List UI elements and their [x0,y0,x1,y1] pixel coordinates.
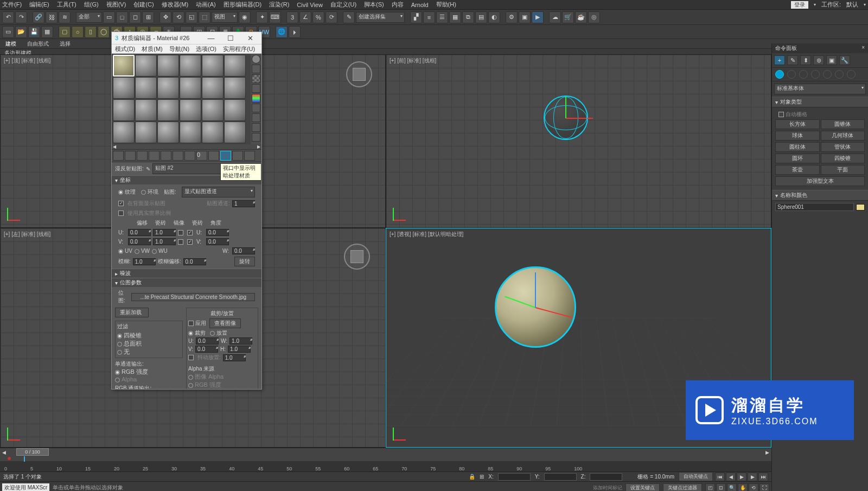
mat-id-icon[interactable]: 0 [196,151,207,161]
sample-slot[interactable] [202,99,224,121]
preview-icon[interactable] [252,104,260,112]
scale-icon[interactable]: ◱ [186,11,197,23]
show-on-back-checkbox[interactable] [118,201,124,206]
radio-crop[interactable] [188,331,193,336]
mirror-icon[interactable]: ▞ [410,11,422,23]
sample-slot[interactable] [157,55,179,76]
sample-slot[interactable] [202,77,224,99]
geom-category-dropdown[interactable]: 标准基本体 [774,84,866,94]
menu-view[interactable]: 视图(V) [106,1,126,9]
sample-slot[interactable] [113,77,135,99]
matmenu-mode[interactable]: 模式(D) [115,45,135,53]
put-to-lib-icon[interactable] [184,151,195,161]
map-channel-spinner[interactable]: 1 [232,200,255,207]
btn-geosphere[interactable]: 几何球体 [821,131,865,141]
radio-alpha-mono[interactable] [115,378,120,382]
sample-slot[interactable] [113,122,135,143]
radio-texture[interactable] [118,190,123,195]
v-angle-spinner[interactable]: 0.0 [206,238,229,245]
autogrid-checkbox[interactable]: 自动栅格 [775,110,865,119]
orbit-icon[interactable]: ⟲ [749,483,758,491]
open-icon[interactable]: 📂 [15,26,27,38]
z-coord-field[interactable] [590,473,622,481]
autokey-button[interactable]: 自动关键点 [679,472,713,481]
teapot-icon[interactable]: ☕ [575,11,587,23]
earth-icon[interactable]: 🌐 [276,26,288,38]
show-shaded-in-viewport-icon[interactable] [220,151,231,161]
subtab-shapes-icon[interactable] [787,70,796,79]
matmenu-options[interactable]: 选项(O) [196,45,216,53]
radio-uv[interactable] [118,249,123,254]
btn-pyramid[interactable]: 四棱锥 [821,154,865,163]
radio-rgb-int-alpha[interactable] [188,383,193,388]
rollout-bitmap-params[interactable]: ▾位图参数 [112,278,261,287]
menu-help[interactable]: 帮助(H) [436,1,456,9]
u-offset-spinner[interactable]: 0.0 [128,229,151,236]
scroll-left-icon[interactable]: ◀ [113,144,116,149]
link-icon[interactable]: 🔗 [33,11,44,23]
goto-start-icon[interactable]: ⏮ [715,473,725,481]
window-cross-icon[interactable]: ⊞ [142,11,154,23]
u-mirror-checkbox[interactable] [178,230,183,235]
minimize-icon[interactable]: — [203,34,219,42]
render-icon[interactable]: ▶ [532,11,544,23]
time-slider-left-icon[interactable]: ◀ [2,450,6,455]
tab-modify-icon[interactable]: ✎ [787,55,798,65]
btn-teapot[interactable]: 茶壶 [775,165,820,175]
backlight-icon[interactable] [252,65,260,73]
textured-sphere[interactable] [495,266,576,348]
time-ruler[interactable]: 0510152025303540455055606570758085909510… [0,461,771,472]
matmenu-material[interactable]: 材质(M) [142,45,163,53]
sample-slot[interactable] [224,77,246,99]
y-coord-field[interactable] [544,473,577,481]
uv-tile-icon[interactable] [252,84,260,93]
go-sibling-icon[interactable] [244,151,255,161]
obj-cyl-icon[interactable]: ▯ [85,26,97,38]
tab-selection[interactable]: 选择 [60,40,71,48]
subtab-helpers-icon[interactable] [823,70,832,79]
redo-icon[interactable]: ↷ [15,11,27,23]
radio-place[interactable] [210,331,215,336]
sample-slot[interactable] [180,55,201,76]
radio-image-alpha[interactable] [188,375,193,380]
apply-checkbox[interactable] [188,321,194,326]
blur-spinner[interactable]: 1.0 [133,258,156,265]
rollout-object-type[interactable]: ▾对象类型 [772,97,868,107]
undo-icon[interactable]: ↶ [2,11,14,23]
crop-v-spinner[interactable]: 0.0 [195,346,218,353]
rotate-button[interactable]: 旋转 [234,257,255,266]
go-parent-icon[interactable] [232,151,243,161]
new-icon[interactable]: ▭ [2,26,14,38]
time-indicator[interactable] [24,456,25,462]
u-angle-spinner[interactable]: 0.0 [206,229,229,236]
radio-none-filter[interactable] [117,350,122,355]
keyfilter-button[interactable]: 关键点过滤器 [663,483,702,492]
obj-box-icon[interactable]: ▢ [59,26,71,38]
u-tile-spinner[interactable]: 1.0 [153,229,176,236]
close-panel-icon[interactable]: × [861,44,865,52]
make-copy-icon[interactable] [161,151,171,161]
video-check-icon[interactable] [252,94,260,103]
viewport-front[interactable]: [+] [前] [标准] [线框] [386,54,771,228]
menu-civilview[interactable]: Civil View [297,2,322,8]
zoom-icon[interactable]: 🔍 [727,483,737,491]
radio-environ[interactable] [141,190,146,195]
select-name-icon[interactable]: □ [116,11,128,23]
workspace-value[interactable]: 默认 [846,1,858,9]
named-selset-dropdown[interactable]: 创建选择集 [356,12,405,23]
radio-vw[interactable] [135,249,139,254]
sample-slot[interactable] [180,77,201,99]
make-unique-icon[interactable] [173,151,183,161]
keysnap-icon[interactable]: ⌨ [269,11,281,23]
pivot-icon[interactable]: ◉ [239,11,251,23]
blur-offset-spinner[interactable]: 0.0 [183,258,206,265]
btn-plane[interactable]: 平面 [821,165,865,175]
snap-icon[interactable]: 3 [286,11,298,23]
btn-torus[interactable]: 圆环 [775,154,820,163]
maximize-icon[interactable]: ☐ [222,34,239,42]
time-slider-right-icon[interactable]: ▶ [765,450,769,455]
options-icon[interactable] [252,113,260,122]
matmenu-util[interactable]: 实用程序(U) [223,45,255,53]
sample-slot[interactable] [157,77,179,99]
store-icon[interactable]: 🛒 [562,11,574,23]
